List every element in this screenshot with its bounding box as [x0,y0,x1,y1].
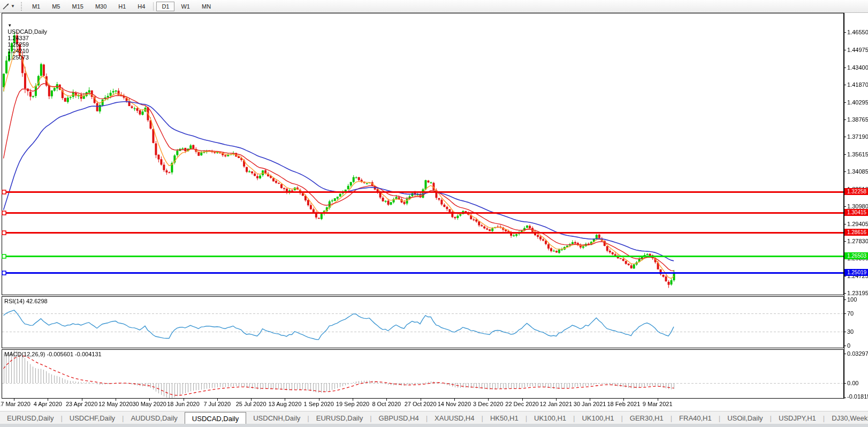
macd-axis-tick: 0.032972 [847,350,868,357]
price-axis-tick: 1.29405 [847,221,868,227]
date-label: 30 May 2020 [132,401,166,407]
date-label: 12 Jan 2021 [540,401,573,407]
chart-symbol: USDCAD,Daily [7,28,47,35]
chart-tabs: EURUSD,Daily|USDCHF,Daily|AUDUSD,DailyUS… [0,411,868,424]
tab-usdcnh-daily[interactable]: USDCNH,Daily [246,411,307,424]
macd-axis-tick: 0.00 [847,380,858,386]
ohlc-low: 1.24210 [7,48,29,54]
date-label: 1 Sep 2020 [304,401,334,407]
macd-label: MACD(12,26,9) -0.005601 -0.004131 [4,351,102,357]
date-label: 7 Jul 2020 [203,401,231,407]
price-axis-tick: 1.38765 [847,116,868,123]
tab-xauusd-h4[interactable]: XAUUSD,H4 [428,411,481,424]
tab-usdchf-daily[interactable]: USDCHF,Daily [63,411,122,424]
price-axis-tick: 1.40295 [847,99,868,106]
price-axis-tick: 1.37190 [847,133,868,140]
tab-gbpusd-h4[interactable]: GBPUSD,H4 [372,411,426,424]
date-label: 4 Apr 2020 [34,401,62,407]
rsi-axis-tick: 0 [847,342,850,349]
ohlc-high: 1.25259 [7,41,29,48]
price-axis-tick: 1.23195 [847,290,868,296]
level-price-tag[interactable]: 1.30415 [844,209,868,216]
tab-uk100-h1[interactable]: UK100,H1 [527,411,573,424]
symbol-dropdown-icon[interactable]: ▼ [7,23,12,28]
rsi-axis-tick: 100 [847,296,857,303]
price-axis-tick: 1.34085 [847,168,868,175]
tab-ger30-h1[interactable]: GER30,H1 [623,411,671,424]
date-label: 12 May 2020 [98,401,133,407]
date-label: 9 Mar 2021 [643,401,673,407]
macd-axis-tick: -0.018154 [847,393,868,400]
ohlc-close: 1.25073 [7,54,29,61]
date-label: 22 Dec 2020 [505,401,538,407]
tab-usdjpy-h1[interactable]: USDJPY,H1 [772,411,823,424]
date-label: 25 Jul 2020 [236,401,267,407]
price-chart-canvas[interactable] [0,0,868,427]
level-price-tag[interactable]: 1.25019 [844,269,868,276]
date-label: 3 Dec 2020 [473,401,503,407]
rsi-label: RSI(14) 42.6298 [4,298,48,304]
date-label: 14 Nov 2020 [438,401,471,407]
tab-audusd-daily[interactable]: AUDUSD,Daily [124,411,184,424]
date-label: 13 Aug 2020 [268,401,301,407]
price-axis-tick: 1.46550 [847,29,868,35]
tab-dj30-weekly[interactable]: DJ30,Weekly [825,411,868,424]
level-price-tag[interactable]: 1.32258 [844,188,868,195]
chart-tab-bar: EURUSD,Daily|USDCHF,Daily|AUDUSD,DailyUS… [0,411,868,424]
date-label: 18 Jun 2020 [167,401,200,407]
tab-usoil-daily[interactable]: USOil,Daily [720,411,770,424]
chart-title: ▼ USDCAD,Daily 1.24337 1.25259 1.24210 1… [4,16,47,61]
tab-eurusd-daily[interactable]: EURUSD,Daily [309,411,370,424]
tab-hk50-h1[interactable]: HK50,H1 [483,411,526,424]
date-label: 27 Oct 2020 [405,401,437,407]
date-label: 18 Feb 2021 [607,401,641,407]
price-axis-tick: 1.41870 [847,81,868,88]
tab-uk100-h1[interactable]: UK100,H1 [575,411,621,424]
tab-usdcad-daily[interactable]: USDCAD,Daily [185,412,246,424]
date-label: 19 Sep 2020 [336,401,369,407]
tab-eurusd-daily[interactable]: EURUSD,Daily [0,411,60,424]
price-axis-tick: 1.27830 [847,238,868,244]
date-label: 23 Apr 2020 [66,401,97,407]
level-price-tag[interactable]: 1.26503 [844,252,868,259]
price-axis-tick: 1.35615 [847,151,868,158]
status-strip [0,424,868,427]
date-label: 30 Jan 2021 [574,401,606,407]
date-label: 17 Mar 2020 [0,401,31,407]
rsi-axis-tick: 30 [847,328,854,335]
date-label: 8 Oct 2020 [372,401,401,407]
price-axis-tick: 1.43400 [847,64,868,71]
price-axis-tick: 1.44975 [847,47,868,53]
ohlc-open: 1.24337 [7,35,29,41]
level-price-tag[interactable]: 1.28616 [844,229,868,236]
tab-fra40-h1[interactable]: FRA40,H1 [672,411,719,424]
rsi-axis-tick: 70 [847,310,854,317]
